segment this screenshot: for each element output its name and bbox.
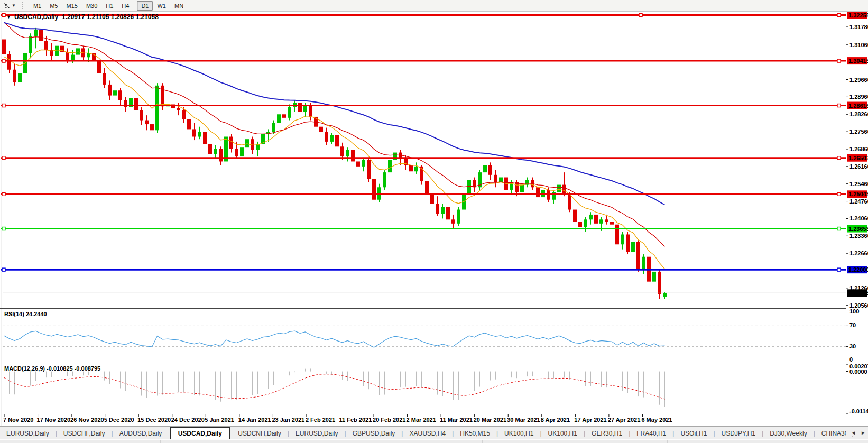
macd-signal-line xyxy=(4,374,665,399)
date-tick-label: 27 Apr 2021 xyxy=(608,417,640,423)
timeframe-button-m15[interactable]: M15 xyxy=(62,1,81,11)
hline-anchor[interactable] xyxy=(837,104,841,107)
chart-tab-usdchf-daily[interactable]: USDCHF,Daily xyxy=(57,428,112,440)
bottom-strip xyxy=(0,439,868,443)
price-tick-label: 1.26160 xyxy=(849,163,868,170)
timeframe-button-h1[interactable]: H1 xyxy=(101,1,117,11)
price-axis: 1.317801.310601.296601.289601.282601.275… xyxy=(846,11,868,414)
current-price-badge-label: 1.21058 xyxy=(848,290,868,296)
tab-scroll-right-icon[interactable]: ► xyxy=(861,430,866,436)
chart-tab-gbpusd-daily[interactable]: GBPUSD,Daily xyxy=(346,428,402,440)
crosshair-cursor-icon[interactable]: ▼ xyxy=(0,2,18,10)
candles-layer xyxy=(2,28,667,299)
chart-tab-eurusd-daily[interactable]: EURUSD,Daily xyxy=(289,428,345,440)
price-tick-label: 1.23360 xyxy=(849,233,868,239)
macd-tick-label: 0.0000 xyxy=(849,368,867,375)
ma-line-ema-slow xyxy=(4,23,665,205)
hline-anchor[interactable] xyxy=(2,14,5,17)
chart-tab-ger30-h1[interactable]: GER30,H1 xyxy=(585,428,629,440)
timeframe-button-d1[interactable]: D1 xyxy=(137,1,153,11)
price-tick-label: 1.26860 xyxy=(849,146,868,152)
hline-anchor[interactable] xyxy=(2,59,5,62)
chart-tab-eurusd-daily[interactable]: EURUSD,Daily xyxy=(0,428,56,440)
chart-title: ▼USDCAD,Daily 1.20917 1.21105 1.20826 1.… xyxy=(6,13,159,21)
chart-tab-usoil-h1[interactable]: USOil,H1 xyxy=(674,428,713,440)
chart-canvas[interactable]: 1.317801.310601.296601.289601.282601.275… xyxy=(0,0,868,426)
rsi-panel: 10070300 xyxy=(3,308,859,363)
price-line-badge-label: 1.22000 xyxy=(848,266,868,273)
date-axis: 7 Nov 202017 Nov 202026 Nov 20205 Dec 20… xyxy=(3,414,672,423)
date-tick-label: 20 Feb 2021 xyxy=(373,417,405,423)
chart-tab-xauusd-h4[interactable]: XAUUSD,H4 xyxy=(403,428,452,440)
hline-anchor[interactable] xyxy=(2,156,5,160)
date-tick-label: 17 Nov 2020 xyxy=(37,417,71,423)
toolbar-drag-handle[interactable] xyxy=(22,2,26,9)
timeframe-button-mn[interactable]: MN xyxy=(170,1,188,11)
chart-tab-usdjpy-h1[interactable]: USDJPY,H1 xyxy=(715,428,762,440)
timeframe-button-m5[interactable]: M5 xyxy=(45,1,62,11)
price-line-badge-label: 1.26503 xyxy=(848,155,868,161)
price-tick-label: 1.24060 xyxy=(849,215,868,222)
toolbar-separator xyxy=(135,2,135,10)
date-tick-label: 7 Nov 2020 xyxy=(3,417,33,423)
collapse-triangle-icon[interactable]: ▼ xyxy=(6,14,11,20)
price-tick-label: 1.24760 xyxy=(849,198,868,205)
chart-tab-uk100-h1[interactable]: UK100,H1 xyxy=(542,428,584,440)
chart-tab-uk100-h1[interactable]: UK100,H1 xyxy=(498,428,540,440)
price-tick-label: 1.31060 xyxy=(849,42,868,48)
timeframe-button-w1[interactable]: W1 xyxy=(153,1,170,11)
chart-symbol: USDCAD,Daily xyxy=(14,13,58,21)
hline-anchor[interactable] xyxy=(837,268,841,271)
timeframe-button-h4[interactable]: H4 xyxy=(117,1,133,11)
rsi-tick-label: 0 xyxy=(849,356,853,363)
price-line-badge-label: 1.30415 xyxy=(848,58,868,64)
tab-scroll-left-icon[interactable]: ◄ xyxy=(851,430,856,436)
timeframe-button-m30[interactable]: M30 xyxy=(82,1,101,11)
chart-tab-usdcad-daily[interactable]: USDCAD,Daily xyxy=(170,427,230,440)
date-tick-label: 14 Jan 2021 xyxy=(238,417,271,423)
price-tick-label: 1.28260 xyxy=(849,111,868,117)
date-tick-label: 5 Dec 2020 xyxy=(104,417,134,423)
rsi-tick-label: 70 xyxy=(849,322,856,328)
timeframe-button-group: M1M5M15M30H1H4D1W1MN xyxy=(29,1,188,11)
date-tick-label: 24 Dec 2020 xyxy=(171,417,205,423)
hline-anchor[interactable] xyxy=(837,227,841,230)
price-line-badge-label: 1.23653 xyxy=(848,226,868,232)
price-tick-label: 1.28960 xyxy=(849,94,868,100)
chart-tab-usdcnh-daily[interactable]: USDCNH,Daily xyxy=(232,428,287,440)
price-line-badge-label: 1.32258 xyxy=(848,12,868,19)
hline-anchor[interactable] xyxy=(837,156,841,160)
chart-tab-dj30-weekly[interactable]: DJ30,Weekly xyxy=(763,428,813,440)
price-line-badge-label: 1.25043 xyxy=(848,191,868,197)
hline-anchor[interactable] xyxy=(837,192,841,196)
price-tick-label: 1.20560 xyxy=(849,302,868,309)
toolbar: ▼ M1M5M15M30H1H4D1W1MN xyxy=(0,0,868,12)
mt4-window: ▼ M1M5M15M30H1H4D1W1MN ▼USDCAD,Daily 1.2… xyxy=(0,0,868,443)
date-tick-label: 5 Jan 2021 xyxy=(205,417,234,423)
price-tick-label: 1.27560 xyxy=(849,128,868,135)
date-tick-label: 11 Mar 2021 xyxy=(440,417,473,423)
hline-anchor[interactable] xyxy=(639,14,642,17)
hline-anchor[interactable] xyxy=(2,192,5,196)
hline-anchor[interactable] xyxy=(2,104,5,107)
tab-scroll-arrows: ◄ ► xyxy=(846,430,866,436)
horizontal-lines xyxy=(1,14,846,272)
rsi-tick-label: 30 xyxy=(849,343,856,349)
hline-anchor[interactable] xyxy=(837,14,841,17)
date-tick-label: 2 Feb 2021 xyxy=(306,417,335,423)
date-tick-label: 17 Apr 2021 xyxy=(574,417,606,423)
chart-tab-hk50-m15[interactable]: HK50,M15 xyxy=(454,428,496,440)
chart-tab-bar: EURUSD,Daily|USDCHF,Daily|AUDUSD,Daily U… xyxy=(0,426,868,440)
rsi-indicator-label: RSI(14) 24.2440 xyxy=(4,311,47,317)
timeframe-button-m1[interactable]: M1 xyxy=(29,1,45,11)
price-tick-label: 1.31780 xyxy=(849,24,868,30)
hline-anchor[interactable] xyxy=(2,227,5,230)
price-tick-label: 1.25460 xyxy=(849,181,868,187)
date-tick-label: 15 Dec 2020 xyxy=(137,417,171,423)
hline-anchor[interactable] xyxy=(837,59,841,62)
chart-tab-audusd-daily[interactable]: AUDUSD,Daily xyxy=(113,428,169,440)
chart-tab-fra40-h1[interactable]: FRA40,H1 xyxy=(630,428,672,440)
rsi-line xyxy=(4,331,665,347)
hline-anchor[interactable] xyxy=(2,268,5,271)
price-tick-label: 1.22660 xyxy=(849,250,868,256)
